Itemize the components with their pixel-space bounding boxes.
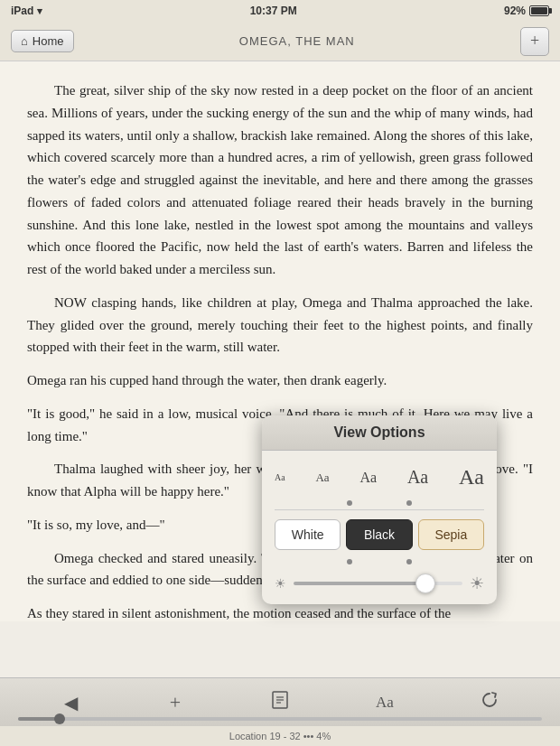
progress-thumb (54, 713, 65, 724)
dot-2 (406, 500, 412, 506)
paragraph-3: Omega ran his cupped hand through the wa… (27, 369, 533, 392)
ipad-label: iPad (11, 5, 33, 17)
forward-icon: + (170, 691, 181, 714)
view-options-popup[interactable]: View Options Aa Aa Aa Aa Aa White (262, 415, 497, 604)
font-size-xl[interactable]: Aa (459, 465, 484, 490)
popup-body: Aa Aa Aa Aa Aa White Black Sepia (262, 451, 497, 604)
paragraph-8: As they stared in silent astonishment, t… (27, 602, 533, 621)
popup-title: View Options (333, 424, 425, 440)
font-icon: Aa (376, 694, 394, 712)
sync-button[interactable] (471, 685, 508, 721)
status-time: 10:37 PM (250, 5, 297, 17)
status-right: 92% (504, 5, 549, 17)
theme-black-label: Black (364, 527, 395, 542)
brightness-row: ☀ ☀ (275, 573, 484, 593)
battery-percent: 92% (504, 5, 526, 17)
status-left: iPad ▾ (11, 5, 42, 17)
progress-bar[interactable] (18, 717, 542, 721)
font-size-xs[interactable]: Aa (275, 472, 285, 482)
theme-row: White Black Sepia (275, 519, 484, 550)
font-size-sm[interactable]: Aa (315, 471, 329, 485)
dot-3 (347, 559, 352, 564)
brightness-slider[interactable] (294, 582, 462, 585)
popup-header: View Options (262, 415, 497, 451)
dot-4 (406, 559, 412, 564)
home-button[interactable]: ⌂ Home (11, 30, 74, 52)
add-button[interactable]: + (520, 27, 549, 56)
book-title-header: OMEGA, THE MAN (239, 34, 355, 48)
status-bar: iPad ▾ 10:37 PM 92% (0, 0, 560, 22)
font-size-md[interactable]: Aa (359, 470, 377, 486)
theme-dots (275, 559, 484, 564)
home-icon: ⌂ (21, 34, 28, 48)
paragraph-1: The great, silver ship of the sky now re… (27, 79, 533, 281)
font-options-button[interactable]: Aa (367, 685, 403, 721)
dot-1 (347, 500, 352, 506)
bottom-toolbar: ◀ + Aa (0, 677, 560, 726)
theme-black-button[interactable]: Black (346, 519, 412, 550)
forward-button[interactable]: + (157, 685, 193, 721)
sync-icon (480, 690, 499, 714)
brightness-high-icon: ☀ (470, 573, 484, 593)
progress-fill (18, 717, 60, 721)
brightness-thumb[interactable] (415, 573, 435, 593)
location-bar: Location 19 - 32 ••• 4% (0, 726, 560, 746)
theme-white-label: White (292, 527, 324, 542)
theme-sepia-button[interactable]: Sepia (418, 519, 484, 550)
bookmarks-icon (270, 690, 290, 714)
add-icon: + (530, 32, 539, 51)
font-divider (275, 509, 484, 510)
bookmarks-button[interactable] (262, 685, 298, 721)
wifi-icon: ▾ (37, 5, 42, 17)
battery-icon (529, 5, 549, 16)
back-icon: ◀ (64, 692, 78, 713)
home-label: Home (33, 34, 64, 48)
location-text: Location 19 - 32 ••• 4% (229, 731, 331, 741)
font-size-lg[interactable]: Aa (407, 467, 428, 488)
theme-white-button[interactable]: White (275, 519, 341, 550)
brightness-low-icon: ☀ (275, 576, 286, 592)
top-nav: ⌂ Home OMEGA, THE MAN + (0, 22, 560, 61)
theme-sepia-label: Sepia (434, 527, 467, 542)
paragraph-2: NOW clasping hands, like children at pla… (27, 292, 533, 359)
font-size-row: Aa Aa Aa Aa Aa (275, 462, 484, 493)
font-size-dots (275, 500, 484, 506)
